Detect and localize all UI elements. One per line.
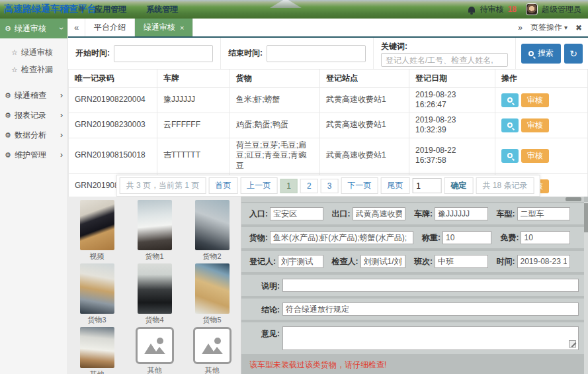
conclusion-input[interactable] [282,303,579,316]
inspector-field: 检查人: [332,255,415,268]
pending-review-link[interactable]: 待审核 [480,4,504,15]
menu-system-management[interactable]: 系统管理 [146,4,178,15]
goto-confirm-button[interactable]: 确定 [444,177,473,194]
thumbnail-other-1[interactable]: 其他 [80,326,114,374]
scrollbar-handle[interactable] [566,197,581,201]
page-button-3[interactable]: 3 [321,179,339,193]
entrance-input[interactable] [270,207,323,220]
sidebar-item-maintenance[interactable]: ⚙ 维护管理 › [0,146,67,164]
tab-scroll-left-icon[interactable]: « [68,19,85,36]
sidebar-subitem-green-review[interactable]: ☆ 绿通审核 [0,44,67,61]
goods-input[interactable] [270,231,413,244]
view-button[interactable] [501,93,519,107]
tab-platform-intro[interactable]: 平台介绍 [85,19,135,36]
goto-page-input[interactable] [412,178,441,193]
filter-buttons: 搜索 ↻ [521,38,588,69]
edit-icon[interactable] [569,340,576,348]
sidebar-item-report-records[interactable]: ⚙ 报表记录 › [0,106,67,124]
exit-input[interactable] [353,207,406,220]
search-icon [528,51,534,56]
vehicle-type-input[interactable] [517,207,571,220]
sidebar-item-label: 报表记录 [15,110,46,121]
free-input[interactable] [521,231,570,244]
start-time-input[interactable] [114,45,213,62]
goods-photo[interactable] [138,200,172,250]
time-input[interactable] [517,255,571,268]
tab-green-review[interactable]: 绿通审核 × [135,19,193,36]
table-row[interactable]: GRN201908150018 吉TTTTTT 荷兰豆;豆芽;毛豆;扁豆;豇豆;… [69,138,588,173]
page-button-1[interactable]: 1 [280,179,298,193]
close-icon[interactable]: × [180,24,184,32]
thumbnail-goods-4[interactable]: 货物4 [138,262,172,325]
search-button[interactable]: 搜索 [521,44,561,64]
note-input[interactable] [282,279,579,292]
start-time-group: 开始时间: [68,38,221,69]
goods-photo[interactable] [195,200,230,250]
view-button[interactable] [501,118,519,132]
plate-input[interactable] [435,207,488,220]
review-button[interactable]: 审核 [521,118,549,132]
pending-count-badge: 18 [508,5,517,14]
thumbnail-video[interactable]: 视频 [80,199,114,261]
end-time-label: 结束时间: [228,48,263,59]
thumbnail-label: 其他 [205,365,220,374]
cell-date: 2019-08-22 16:37:58 [409,138,495,173]
sidebar-item-data-analysis[interactable]: ⚙ 数据分析 › [0,126,67,144]
shift-input[interactable] [435,255,488,268]
table-row[interactable]: GRN201908220004 豫JJJJJJ 鱼米;虾;螃蟹 武黄高速收费站1… [69,87,588,113]
thumbnail-goods-2[interactable]: 货物2 [195,199,230,261]
refresh-button[interactable]: ↻ [564,44,583,64]
cell-plate: 云FFFFFF [157,113,230,138]
chevron-right-icon: › [60,91,63,100]
cell-plate: 吉TTTTTT [157,138,230,173]
first-page-button[interactable]: 首页 [208,177,237,194]
scrollbar-handle[interactable] [584,203,588,232]
empty-image-slot[interactable] [193,327,231,364]
main-content: « 平台介绍 绿通审核 × » 页签操作 ▾ ✖ 开始时间: [68,19,588,374]
avatar[interactable] [526,3,538,15]
weight-input[interactable] [442,231,492,244]
header-right: 待审核 18 超级管理员 [468,3,588,15]
col-date: 登记日期 [409,70,495,87]
sidebar-subitem-inspection-patch[interactable]: ☆ 检查补漏 [0,61,67,78]
close-all-tabs-icon[interactable]: ✖ [575,23,582,32]
table-row[interactable]: GRN201908230003 云FFFFFF 鸡蛋;鹅蛋;鸭蛋 武黄高速收费站… [69,113,588,138]
sidebar-item-green-inspection[interactable]: ⚙ 绿通稽查 › [0,86,67,105]
tab-scroll-right-icon[interactable]: » [518,23,523,32]
menu-app-management[interactable]: 应用管理 [95,4,126,15]
hamburger-icon[interactable]: ≡ [78,0,84,19]
thumbnail-other-3[interactable]: 其他 [193,326,231,374]
thumbnail-goods-1[interactable]: 货物1 [138,199,172,261]
goods-photo[interactable] [80,263,114,314]
registrant-input[interactable] [278,255,323,268]
cell-date: 2019-08-23 16:26:47 [409,87,495,113]
review-button[interactable]: 审核 [521,93,549,107]
prev-page-button[interactable]: 上一页 [240,177,277,194]
inspector-input[interactable] [360,255,406,268]
next-page-button[interactable]: 下一页 [341,177,378,194]
sidebar-item-green-review[interactable]: ⚙ 绿通审核 › [0,19,67,38]
end-time-input[interactable] [267,45,366,62]
page-button-2[interactable]: 2 [300,179,318,193]
weight-label: 称重: [422,232,441,244]
keyword-input[interactable] [381,53,508,67]
thumbnail-goods-3[interactable]: 货物3 [80,262,114,325]
tab-actions-dropdown[interactable]: 页签操作 ▾ [530,22,567,33]
thumbnail-goods-5[interactable]: 货物5 [195,262,230,325]
bell-icon[interactable] [468,7,475,13]
user-role-label[interactable]: 超级管理员 [542,4,581,15]
sidebar-item-label: 绿通稽查 [15,90,46,101]
other-photo[interactable] [80,327,114,368]
last-page-button[interactable]: 尾页 [380,177,409,194]
magnifier-icon [507,122,513,128]
opinion-textarea[interactable] [282,326,579,350]
goods-photo[interactable] [138,263,172,314]
view-button[interactable] [501,149,519,163]
video-preview-image[interactable] [80,200,114,250]
thumbnail-other-2[interactable]: 其他 [136,326,174,374]
review-button[interactable]: 审核 [521,149,549,163]
thumbnail-label: 货物1 [145,252,163,261]
registrant-label: 登记人: [249,256,276,267]
empty-image-slot[interactable] [136,327,174,364]
goods-photo[interactable] [195,263,230,314]
